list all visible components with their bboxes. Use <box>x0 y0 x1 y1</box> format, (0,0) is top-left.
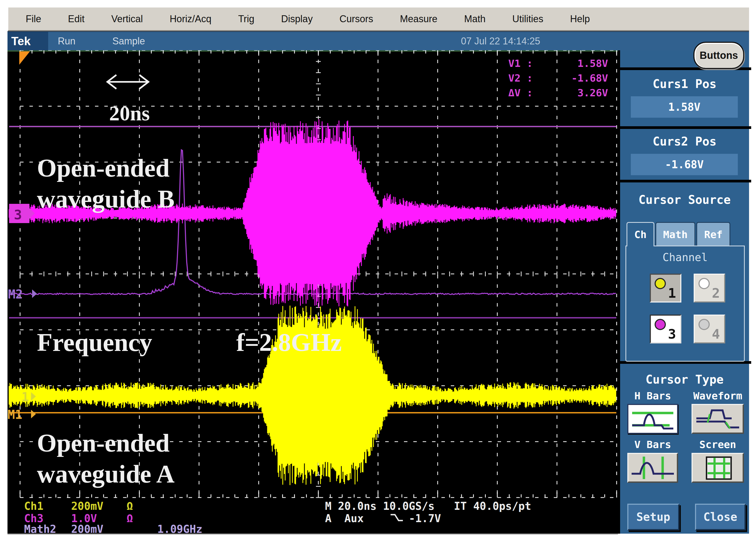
screen-button[interactable] <box>692 453 744 483</box>
acquisition-mode: Sample <box>112 36 145 47</box>
datetime: 07 Jul 22 14:14:25 <box>461 36 540 47</box>
channel-4-color-icon <box>698 319 710 330</box>
setup-button[interactable]: Setup <box>627 504 679 530</box>
waveguide-b-label-line1: Open-ended <box>37 154 170 182</box>
waveform-label: Waveform <box>692 390 744 402</box>
waveform-icon <box>694 406 741 432</box>
channel-1-number: 1 <box>668 285 676 301</box>
ch3-marker-label: 3 <box>14 207 22 223</box>
trigger-slope-icon <box>391 515 403 521</box>
math2-readout-label: Math2 <box>24 523 56 533</box>
channel-1-color-icon <box>655 278 666 289</box>
waveform-display: 20ns Open-ended waveguide B Frequency f=… <box>7 50 618 535</box>
cursor-type-title: Cursor Type <box>620 373 749 386</box>
menu-item-utilities[interactable]: Utilities <box>512 13 543 25</box>
waveguide-a-label-line2: waveguide A <box>37 460 175 488</box>
waveguide-a-label-line1: Open-ended <box>37 429 170 457</box>
oscilloscope-screen: File Edit Vertical Horiz/Acq Trig Displa… <box>0 0 756 543</box>
channel-3-button[interactable]: 3 <box>650 315 681 343</box>
cursor-dv-value: 3.26V <box>578 87 608 99</box>
frequency-value: f=2.8GHz <box>236 328 342 357</box>
waveform-button[interactable] <box>692 404 744 434</box>
buttons-button[interactable]: Buttons <box>693 42 744 69</box>
vbars-button[interactable] <box>627 453 678 483</box>
cursor-v1-value: 1.58V <box>578 58 608 69</box>
trigger-source-readout: A Aux <box>325 512 364 525</box>
curs1-pos-value[interactable]: 1.58V <box>631 96 738 118</box>
acquisition-state: Run <box>58 36 75 47</box>
cursor-dv-label: ΔV : <box>508 87 533 99</box>
menu-item-trig[interactable]: Trig <box>238 13 254 25</box>
trigger-level-readout: -1.7V <box>409 512 441 525</box>
cursor-v2-label: V2 : <box>508 72 533 84</box>
math2-marker-arrow-icon <box>32 289 37 298</box>
waveguide-b-label-line2: waveguide B <box>37 185 175 213</box>
vbars-label: V Bars <box>627 439 678 450</box>
tab-math[interactable]: Math <box>655 222 696 246</box>
screen-label: Screen <box>692 439 744 450</box>
tab-ch[interactable]: Ch <box>627 222 654 246</box>
math1-marker-label: M1 <box>7 407 22 422</box>
menu-item-measure[interactable]: Measure <box>400 13 437 25</box>
menu-item-horiz-acq[interactable]: Horiz/Acq <box>170 13 211 25</box>
hbars-icon <box>630 406 675 432</box>
screen-icon <box>694 455 741 481</box>
math2-readout-freq: 1.09GHz <box>157 523 203 533</box>
hbars-button[interactable] <box>627 404 678 434</box>
section-divider <box>618 180 751 182</box>
menu-item-edit[interactable]: Edit <box>68 13 85 25</box>
channel-group-label: Channel <box>626 251 744 263</box>
channel-4-number: 4 <box>712 326 720 342</box>
cursor-source-title: Cursor Source <box>620 193 749 207</box>
channel-3-color-icon <box>655 319 666 330</box>
vbars-icon <box>630 455 675 481</box>
channel-1-button[interactable]: 1 <box>650 274 681 303</box>
menu-item-vertical[interactable]: Vertical <box>111 13 143 25</box>
menu-item-file[interactable]: File <box>26 13 41 25</box>
section-divider <box>618 126 751 129</box>
timebase-readout: M 20.0ns 10.0GS/s IT 40.0ps/pt <box>325 500 531 512</box>
math2-readout-scale: 200mV <box>71 523 103 533</box>
channel-4-button[interactable]: 4 <box>694 315 725 343</box>
hbars-label: H Bars <box>627 390 678 402</box>
status-bar: Tek Run Sample 07 Jul 22 14:14:25 <box>7 31 749 50</box>
cursor-v1-label: V1 : <box>508 58 533 69</box>
ch1-readout-coupling: Ω <box>127 500 133 512</box>
menu-item-display[interactable]: Display <box>281 13 313 25</box>
curs1-pos-title: Curs1 Pos <box>620 77 749 91</box>
frequency-label: Frequency <box>37 328 152 357</box>
ch3-readout-coupling: Ω <box>127 512 133 525</box>
tab-ref[interactable]: Ref <box>696 222 730 246</box>
curs2-pos-value[interactable]: -1.68V <box>631 154 738 175</box>
math2-marker-label: M2 <box>8 287 23 301</box>
channel-tab-body: Channel 1 2 3 4 <box>625 246 745 362</box>
scale-arrow-icon <box>107 75 148 89</box>
scale-arrow-label: 20ns <box>109 102 150 125</box>
ch1-marker-label: 1 <box>21 390 29 404</box>
menu-item-help[interactable]: Help <box>570 13 590 25</box>
menu-item-math[interactable]: Math <box>464 13 486 25</box>
channel-2-number: 2 <box>712 285 720 301</box>
math1-marker-arrow-icon <box>31 410 36 418</box>
trigger-position-icon[interactable] <box>19 51 30 65</box>
close-button[interactable]: Close <box>695 504 746 530</box>
ch1-readout-scale: 200mV <box>71 500 103 512</box>
curs2-pos-title: Curs2 Pos <box>620 135 749 148</box>
menu-item-cursors[interactable]: Cursors <box>339 13 373 25</box>
cursor-source-tabs: Ch Math Ref <box>627 222 731 246</box>
channel-3-number: 3 <box>668 326 676 342</box>
ch1-readout-label: Ch1 <box>24 500 43 512</box>
menu-bar: File Edit Vertical Horiz/Acq Trig Displa… <box>7 7 749 31</box>
channel-2-button[interactable]: 2 <box>694 274 725 303</box>
cursor-control-panel: Curs1 Pos 1.58V Curs2 Pos -1.68V Cursor … <box>618 50 749 534</box>
channel-2-color-icon <box>698 278 710 289</box>
cursor-v2-value: -1.68V <box>571 72 608 84</box>
tek-logo: Tek <box>11 35 31 48</box>
